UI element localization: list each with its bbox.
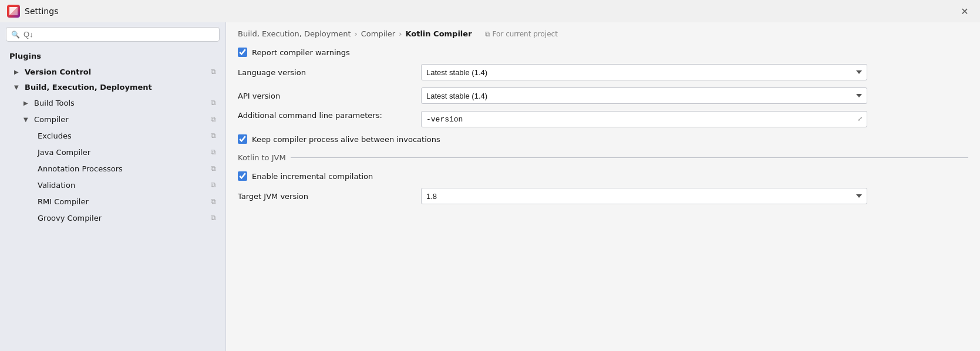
target-jvm-row: Target JVM version 1.8 111516: [238, 188, 968, 204]
sidebar-item-rmi-compiler[interactable]: RMI Compiler ⧉: [0, 193, 225, 210]
window-title: Settings: [25, 6, 58, 16]
incremental-row: Enable incremental compilation: [238, 171, 968, 181]
report-warnings-label: Report compiler warnings: [252, 48, 350, 57]
copy-icon: ⧉: [208, 97, 218, 108]
keep-alive-checkbox[interactable]: [238, 134, 247, 144]
sidebar-nav: Plugins ▶ Version Control ⧉ ▼ Build, Exe…: [0, 46, 225, 351]
chevron-down-icon: ▼: [23, 116, 32, 123]
copy-icon: ⧉: [208, 66, 218, 77]
breadcrumb-kotlin-compiler: Kotlin Compiler: [405, 29, 472, 38]
copy-icon: ⧉: [208, 180, 218, 190]
chevron-right-icon: ▶: [23, 100, 32, 106]
breadcrumb-build-exec: Build, Execution, Deployment: [238, 29, 351, 38]
incremental-checkbox[interactable]: [238, 171, 247, 181]
language-version-label: Language version: [238, 68, 414, 77]
sidebar-item-excludes[interactable]: Excludes ⧉: [0, 127, 225, 144]
language-version-control: Latest stable (1.4) 1.01.11.21.31.41.5: [421, 64, 867, 80]
close-button[interactable]: ✕: [957, 3, 973, 19]
kotlin-jvm-label: Kotlin to JVM: [238, 153, 286, 162]
keep-alive-label: Keep compiler process alive between invo…: [252, 135, 440, 144]
cmd-params-field: ⤢: [421, 111, 867, 127]
copy-icon: ⧉: [208, 196, 218, 207]
sidebar-item-annotation-processors[interactable]: Annotation Processors ⧉: [0, 160, 225, 177]
target-jvm-label: Target JVM version: [238, 192, 414, 201]
app-icon: [7, 5, 20, 18]
search-icon: 🔍: [11, 31, 20, 39]
language-version-row: Language version Latest stable (1.4) 1.0…: [238, 64, 968, 80]
breadcrumb: Build, Execution, Deployment › Compiler …: [226, 22, 980, 43]
settings-body: Report compiler warnings Language versio…: [226, 43, 980, 216]
target-jvm-control: 1.8 111516: [421, 188, 867, 204]
sidebar-item-version-control[interactable]: ▶ Version Control ⧉: [0, 63, 225, 80]
kotlin-jvm-divider: Kotlin to JVM: [238, 153, 968, 162]
title-bar-left: Settings: [7, 5, 58, 18]
sidebar-item-build-exec-deploy[interactable]: ▼ Build, Execution, Deployment: [0, 80, 225, 95]
report-warnings-row: Report compiler warnings: [238, 48, 968, 57]
sidebar-item-compiler[interactable]: ▼ Compiler ⧉: [0, 111, 225, 127]
sidebar-item-java-compiler[interactable]: Java Compiler ⧉: [0, 144, 225, 160]
api-version-row: API version Latest stable (1.4) 1.01.11.…: [238, 87, 968, 104]
settings-window: Settings ✕ 🔍 Plugins ▶ Version Control ⧉: [0, 0, 980, 351]
search-box[interactable]: 🔍: [6, 27, 220, 42]
right-panel: Build, Execution, Deployment › Compiler …: [226, 22, 980, 351]
main-content: 🔍 Plugins ▶ Version Control ⧉ ▼ Build, E…: [0, 22, 980, 351]
chevron-down-icon: ▼: [14, 84, 22, 90]
incremental-label: Enable incremental compilation: [252, 172, 373, 181]
language-version-select[interactable]: Latest stable (1.4) 1.01.11.21.31.41.5: [421, 64, 867, 80]
sidebar-item-plugins[interactable]: Plugins: [0, 49, 225, 63]
breadcrumb-sep-1: ›: [354, 29, 357, 38]
divider-line: [291, 157, 968, 158]
cmd-params-input[interactable]: [421, 111, 867, 127]
keep-alive-row: Keep compiler process alive between invo…: [238, 134, 968, 144]
copy-icon: ⧉: [208, 212, 218, 223]
copy-icon: ⧉: [208, 147, 218, 157]
cmd-params-row: Additional command line parameters: ⤢: [238, 111, 968, 127]
title-bar: Settings ✕: [0, 0, 980, 22]
for-project-label: ⧉ For current project: [485, 30, 558, 38]
expand-icon[interactable]: ⤢: [854, 113, 865, 124]
cmd-params-label: Additional command line parameters:: [238, 111, 414, 120]
breadcrumb-sep-2: ›: [399, 29, 402, 38]
for-project-icon: ⧉: [485, 30, 490, 38]
copy-icon: ⧉: [208, 114, 218, 124]
sidebar-item-groovy-compiler[interactable]: Groovy Compiler ⧉: [0, 210, 225, 226]
sidebar: 🔍 Plugins ▶ Version Control ⧉ ▼ Build, E…: [0, 22, 226, 351]
sidebar-item-build-tools[interactable]: ▶ Build Tools ⧉: [0, 95, 225, 111]
api-version-label: API version: [238, 92, 414, 100]
breadcrumb-compiler: Compiler: [361, 29, 396, 38]
target-jvm-select[interactable]: 1.8 111516: [421, 188, 867, 204]
api-version-select[interactable]: Latest stable (1.4) 1.01.11.21.31.4: [421, 87, 867, 104]
chevron-right-icon: ▶: [14, 69, 22, 75]
report-warnings-checkbox[interactable]: [238, 48, 247, 57]
copy-icon: ⧉: [208, 163, 218, 174]
copy-icon: ⧉: [208, 130, 218, 141]
sidebar-item-validation[interactable]: Validation ⧉: [0, 177, 225, 193]
search-input[interactable]: [23, 30, 214, 39]
api-version-control: Latest stable (1.4) 1.01.11.21.31.4: [421, 87, 867, 104]
